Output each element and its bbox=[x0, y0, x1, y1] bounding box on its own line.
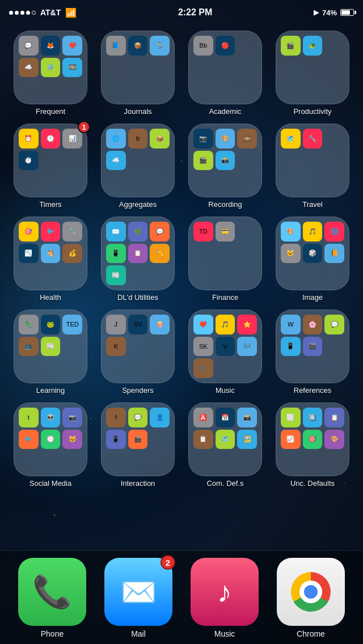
mini-app-journals-5 bbox=[150, 58, 170, 78]
folder-icon-journals: 📘📦🏃 bbox=[101, 31, 175, 104]
mini-app-travel-6 bbox=[281, 172, 301, 192]
mini-app-social-media-4: 💮 bbox=[41, 430, 61, 450]
mini-app-productivity-1: 🐢 bbox=[303, 36, 323, 56]
mini-app-references-8 bbox=[324, 358, 344, 378]
mini-app-image-4: 🎲 bbox=[303, 244, 323, 264]
mini-app-finance-1: 💳 bbox=[216, 222, 235, 242]
mini-app-spenders-7 bbox=[128, 358, 148, 378]
folder-references[interactable]: W🌸💬📱🎬References bbox=[271, 310, 354, 395]
folder-productivity[interactable]: 🎬🐢Productivity bbox=[271, 31, 354, 116]
mini-app-unc-defaults-7 bbox=[303, 451, 323, 471]
folder-dld-utilities[interactable]: ✉️🌿💬📱📋✏️📰DL'd Utilities bbox=[96, 217, 179, 302]
mini-app-learning-3: 📺 bbox=[19, 337, 39, 357]
mini-app-learning-7 bbox=[41, 358, 61, 378]
mini-app-interaction-0: f bbox=[106, 408, 126, 427]
folder-icon-image: 🎨🎵🌐🐱🎲📙 bbox=[276, 217, 349, 290]
folder-label-social-media: Social Media bbox=[29, 479, 71, 488]
folder-aggregates[interactable]: 🌐b📦☁️Aggregates bbox=[96, 124, 179, 209]
mini-app-references-7 bbox=[303, 358, 323, 378]
folder-frequent[interactable]: 💬🦊❤️☁️⚙️🎞️Frequent bbox=[9, 31, 92, 116]
mini-app-recording-1: 🎨 bbox=[216, 129, 235, 149]
mini-app-dld-utilities-7 bbox=[128, 265, 148, 285]
folder-journals[interactable]: 📘📦🏃Journals bbox=[96, 31, 179, 116]
mini-app-social-media-8 bbox=[62, 451, 82, 471]
mini-app-journals-6 bbox=[106, 79, 126, 99]
folder-learning[interactable]: 🦎🐸TED📺📰Learning bbox=[9, 310, 92, 395]
mini-app-recording-7 bbox=[216, 172, 235, 192]
folder-image[interactable]: 🎨🎵🌐🐱🎲📙Image bbox=[271, 217, 354, 302]
folder-timers[interactable]: 1⏰🕐📊⏱️Timers bbox=[9, 124, 92, 209]
mini-app-com-defs-1: 📅 bbox=[216, 408, 235, 427]
folder-recording[interactable]: 📷🎨🎞️🎬📸Recording bbox=[184, 124, 267, 209]
mini-app-social-media-6 bbox=[19, 451, 39, 471]
mini-app-journals-4 bbox=[128, 58, 148, 78]
mini-app-spenders-0: J bbox=[106, 315, 126, 334]
dock-label-phone: Phone bbox=[41, 629, 64, 638]
status-left: AT&T 📶 bbox=[9, 7, 77, 18]
mini-app-recording-8 bbox=[237, 172, 257, 192]
mini-app-references-4: 🎬 bbox=[303, 337, 323, 357]
mini-app-spenders-2: 🍿 bbox=[150, 315, 170, 334]
mini-app-aggregates-5 bbox=[150, 151, 170, 171]
folder-label-timers: Timers bbox=[39, 200, 61, 209]
dock-app-mail[interactable]: 2✉️Mail bbox=[104, 558, 172, 638]
mini-app-timers-8 bbox=[62, 172, 82, 192]
mini-app-frequent-7 bbox=[41, 79, 61, 99]
mini-app-references-3: 📱 bbox=[281, 337, 301, 357]
folder-spenders[interactable]: JSV🍿KSpenders bbox=[96, 310, 179, 395]
mini-app-health-8 bbox=[62, 265, 82, 285]
folder-icon-academic: Bb🔴 bbox=[188, 31, 262, 104]
mini-app-academic-2 bbox=[237, 36, 257, 56]
mini-app-academic-6 bbox=[193, 79, 213, 99]
mini-app-journals-8 bbox=[150, 79, 170, 99]
folder-label-travel: Travel bbox=[302, 200, 323, 209]
folder-label-spenders: Spenders bbox=[122, 386, 154, 395]
chrome-middle-ring bbox=[299, 581, 322, 603]
mini-app-interaction-1: 💬 bbox=[128, 408, 148, 427]
mini-app-com-defs-5: 🖼️ bbox=[237, 430, 257, 450]
folder-icon-unc-defaults: ⬜6️⃣📋📈🎯🎨 bbox=[276, 402, 349, 476]
folder-unc-defaults[interactable]: ⬜6️⃣📋📈🎯🎨Unc. Defaults bbox=[271, 402, 354, 488]
folder-academic[interactable]: Bb🔴Academic bbox=[184, 31, 267, 116]
mini-app-finance-2 bbox=[237, 222, 257, 242]
mini-app-health-2: 🔧 bbox=[62, 222, 82, 242]
folder-icon-health: 🎯🐦🔧📉🐴💰 bbox=[14, 217, 87, 290]
mini-app-frequent-1: 🦊 bbox=[41, 36, 61, 56]
folder-com-defs[interactable]: 🅰️📅📸📋🗺️🖼️Com. Def.s bbox=[184, 402, 267, 488]
mini-app-aggregates-3: ☁️ bbox=[106, 151, 126, 171]
folder-label-com-defs: Com. Def.s bbox=[206, 479, 243, 488]
dock-app-phone[interactable]: 📞Phone bbox=[18, 558, 86, 638]
mini-app-health-0: 🎯 bbox=[19, 222, 39, 242]
mini-app-finance-5 bbox=[237, 244, 257, 264]
mini-app-references-5 bbox=[324, 337, 344, 357]
mini-app-health-7 bbox=[41, 265, 61, 285]
folder-health[interactable]: 🎯🐦🔧📉🐴💰Health bbox=[9, 217, 92, 302]
mini-app-unc-defaults-5: 🎨 bbox=[324, 430, 344, 450]
mini-app-timers-7 bbox=[41, 172, 61, 192]
mini-app-music-0: ❤️ bbox=[193, 315, 213, 334]
folder-label-interaction: Interaction bbox=[121, 479, 155, 488]
folder-travel[interactable]: 🗺️🔧Travel bbox=[271, 124, 354, 209]
mini-app-timers-6 bbox=[19, 172, 39, 192]
mini-app-travel-5 bbox=[324, 151, 344, 171]
mini-app-references-6 bbox=[281, 358, 301, 378]
mini-app-spenders-4 bbox=[128, 337, 148, 357]
folder-interaction[interactable]: f💬👤📱🎬Interaction bbox=[96, 402, 179, 488]
mini-app-frequent-5: 🎞️ bbox=[62, 58, 82, 78]
folder-label-frequent: Frequent bbox=[36, 107, 65, 116]
mini-app-travel-0: 🗺️ bbox=[281, 129, 301, 149]
dock-app-chrome[interactable]: Chrome bbox=[277, 558, 345, 638]
mini-app-finance-3 bbox=[193, 244, 213, 264]
mini-app-frequent-2: ❤️ bbox=[62, 36, 82, 56]
dock-app-music[interactable]: ♪Music bbox=[191, 558, 259, 638]
mini-app-productivity-3 bbox=[281, 58, 301, 78]
mini-app-timers-0: ⏰ bbox=[19, 129, 39, 149]
mini-app-com-defs-7 bbox=[216, 451, 235, 471]
folder-music[interactable]: ❤️🎵⭐SKV🎶🎼Music bbox=[184, 310, 267, 395]
mini-app-com-defs-0: 🅰️ bbox=[193, 408, 213, 427]
mini-app-learning-5 bbox=[62, 337, 82, 357]
folder-finance[interactable]: TD💳Finance bbox=[184, 217, 267, 302]
mini-app-recording-4: 📸 bbox=[216, 151, 235, 171]
folder-social-media[interactable]: t👽📷🐦💮🐱Social Media bbox=[9, 402, 92, 488]
mini-app-image-6 bbox=[281, 265, 301, 285]
